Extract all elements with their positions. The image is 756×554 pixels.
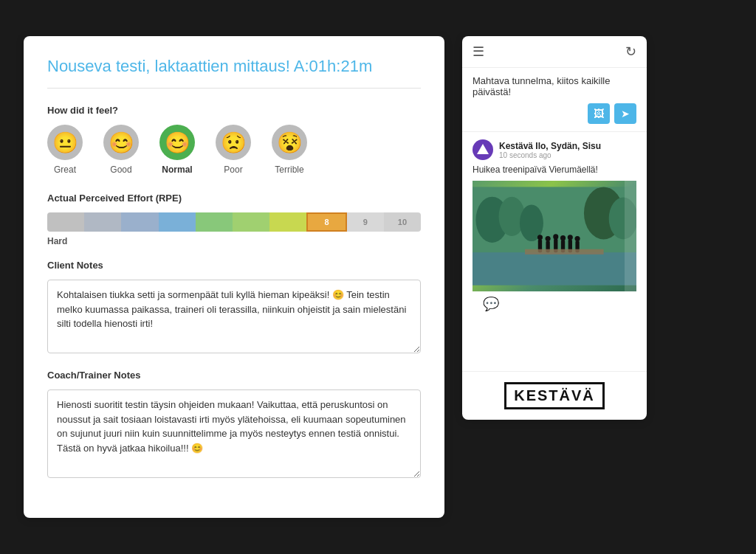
rpe-bar[interactable]: 8 9 10 [47,212,421,232]
svg-rect-19 [525,249,604,255]
rpe-seg-8[interactable]: 8 [306,212,346,232]
feel-emoji-row: 😐 Great 😊 Good 😊 Normal 😟 Poor 😵 Terrib [47,125,421,175]
coach-notes-textarea[interactable]: Hienosti suoritit testin täysin ohjeiden… [47,389,421,478]
terrible-face: 😵 [272,125,307,160]
coach-notes-label: Coach/Trainer Notes [47,370,421,381]
image-button[interactable]: 🖼 [588,103,610,124]
svg-point-14 [560,235,566,240]
right-panel: ☰ ↻ Mahtava tunnelma, kiitos kaikille pä… [462,36,647,420]
poor-face: 😟 [216,125,251,160]
feel-great[interactable]: 😐 Great [47,125,83,175]
comment-icon[interactable]: 💬 [472,291,636,316]
good-label: Good [110,165,131,175]
post-actions: 🖼 ➤ [472,103,636,124]
post-placeholder-text: Mahtava tunnelma, kiitos kaikille päiväs… [472,75,636,97]
feed-avatar [472,139,493,160]
rpe-seg-6[interactable] [233,212,269,232]
svg-point-12 [553,235,558,240]
great-label: Great [54,165,76,175]
normal-label: Normal [162,165,192,175]
rpe-status: Hard [47,236,421,246]
feel-terrible[interactable]: 😵 Terrible [272,125,307,175]
normal-face: 😊 [159,125,195,160]
rpe-seg-7[interactable] [269,212,306,232]
rpe-seg-10[interactable]: 10 [384,212,421,232]
rpe-section: Actual Perceived Effort (RPE) 8 9 10 Har… [47,193,421,246]
menu-icon[interactable]: ☰ [472,44,484,60]
refresh-icon[interactable]: ↻ [625,44,636,60]
left-panel: Nouseva testi, laktaattien mittaus! A:01… [24,36,444,518]
client-notes-label: Client Notes [47,260,421,271]
svg-point-18 [575,236,580,241]
good-face: 😊 [103,125,139,160]
rpe-seg-9[interactable]: 9 [347,212,384,232]
feed-author-row: Kestävä Ilo, Sydän, Sisu 10 seconds ago [472,139,636,160]
feed-item: Kestävä Ilo, Sydän, Sisu 10 seconds ago … [462,132,647,316]
rpe-seg-5[interactable] [196,212,233,232]
feed-author-name: Kestävä Ilo, Sydän, Sisu [499,141,601,151]
feed-author-info: Kestävä Ilo, Sydän, Sisu 10 seconds ago [499,141,601,159]
main-container: Nouseva testi, laktaattien mittaus! A:01… [24,36,732,518]
feed-image-nav[interactable] [625,181,636,291]
avatar-triangle [477,144,489,154]
poor-label: Poor [224,165,242,175]
right-footer: KESTÄVÄ [462,371,647,420]
feed-caption: Huikea treenipaïvä Vierumäellä! [472,165,636,175]
svg-point-8 [537,235,543,240]
feel-normal[interactable]: 😊 Normal [159,125,195,175]
client-notes-textarea[interactable]: Kohtalaisen tiukka setti ja sormenpäät t… [47,280,421,353]
rpe-label: Actual Perceived Effort (RPE) [47,193,421,204]
workout-title: Nouseva testi, laktaattien mittaus! A:01… [47,57,421,89]
send-button[interactable]: ➤ [614,103,636,124]
feed-image [472,181,636,291]
kestava-logo: KESTÄVÄ [504,382,605,409]
post-input-area: Mahtava tunnelma, kiitos kaikille päiväs… [462,68,647,132]
rpe-seg-1[interactable] [47,212,84,232]
rpe-seg-2[interactable] [84,212,121,232]
great-face: 😐 [47,125,83,160]
feel-label: How did it feel? [47,105,421,116]
svg-rect-6 [472,252,636,285]
rpe-seg-3[interactable] [121,212,158,232]
feel-poor[interactable]: 😟 Poor [216,125,251,175]
coach-notes-section: Coach/Trainer Notes Hienosti suoritit te… [47,370,421,481]
svg-point-10 [546,236,551,241]
client-notes-section: Client Notes Kohtalaisen tiukka setti ja… [47,260,421,356]
feed-time: 10 seconds ago [499,151,601,159]
svg-point-16 [568,235,573,240]
feed-photo-svg [472,181,636,291]
rpe-seg-4[interactable] [159,212,196,232]
feel-good[interactable]: 😊 Good [103,125,139,175]
terrible-label: Terrible [275,165,303,175]
right-header: ☰ ↻ [462,36,647,68]
